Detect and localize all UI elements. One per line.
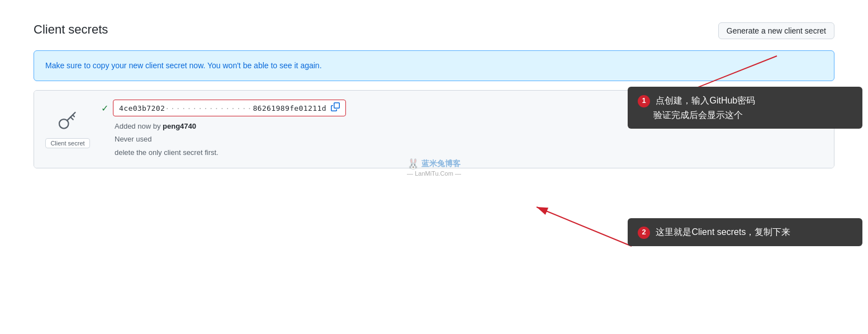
svg-line-3	[537, 207, 632, 246]
annotation-1-circle: 1	[638, 95, 650, 107]
section-title: Client secrets	[34, 22, 108, 37]
annotation-2-circle: 2	[638, 227, 650, 239]
key-icon	[58, 111, 78, 134]
annotation-2: 2 这里就是Client secrets，复制下来	[628, 218, 862, 246]
site-url: — LanMiTu.Com —	[407, 170, 461, 177]
client-secret-label: Client secret	[45, 138, 89, 148]
info-banner: Make sure to copy your new client secret…	[34, 50, 834, 81]
annotation-1: 1 点创建，输入GitHub密码 验证完成后会显示这个	[628, 87, 862, 129]
generate-secret-button[interactable]: Generate a new client secret	[718, 22, 834, 39]
key-icon-wrap: Client secret	[45, 111, 90, 148]
secret-value-text: 4ce03b7202················86261989fe0121…	[119, 104, 326, 112]
copy-icon[interactable]	[331, 102, 340, 114]
secret-value-box: 4ce03b7202················86261989fe0121…	[113, 100, 346, 116]
checkmark-icon: ✓	[101, 103, 108, 114]
